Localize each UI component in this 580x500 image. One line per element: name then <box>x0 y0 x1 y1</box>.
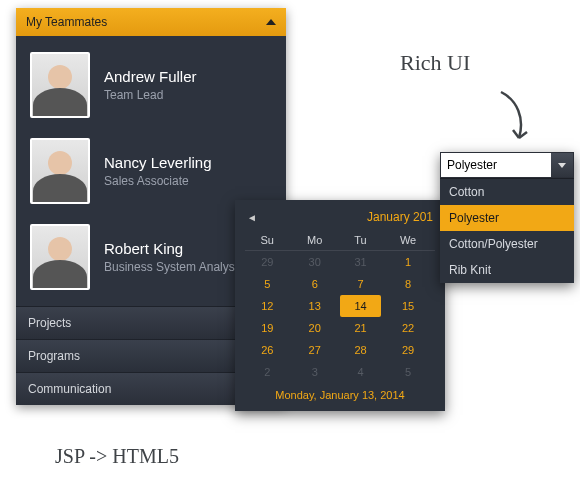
calendar-day[interactable]: 2 <box>245 361 290 383</box>
combobox-option[interactable]: Polyester <box>440 205 574 231</box>
collapse-icon <box>266 19 276 25</box>
chevron-down-icon <box>558 163 566 168</box>
teammate-name: Andrew Fuller <box>104 68 197 85</box>
accordion-header-label: My Teammates <box>26 15 107 29</box>
annotation-jsp-html5: JSP -> HTML5 <box>55 445 179 468</box>
calendar-day[interactable]: 5 <box>381 361 435 383</box>
calendar-day[interactable]: 4 <box>340 361 381 383</box>
avatar <box>30 138 90 204</box>
calendar-day[interactable]: 12 <box>245 295 290 317</box>
calendar-day[interactable]: 19 <box>245 317 290 339</box>
teammate-role: Team Lead <box>104 88 197 102</box>
teammate-row[interactable]: Andrew Fuller Team Lead <box>16 42 286 128</box>
avatar <box>30 52 90 118</box>
calendar-day[interactable]: 15 <box>381 295 435 317</box>
calendar-day[interactable]: 21 <box>340 317 381 339</box>
combobox-option[interactable]: Cotton/Polyester <box>440 231 574 257</box>
calendar-grid: Su Mo Tu We 2930311567812131415192021222… <box>245 230 435 383</box>
calendar-day[interactable]: 13 <box>290 295 340 317</box>
calendar-day[interactable]: 3 <box>290 361 340 383</box>
teammate-name: Nancy Leverling <box>104 154 212 171</box>
calendar-day[interactable]: 30 <box>290 251 340 274</box>
dow-label: Su <box>245 230 290 251</box>
calendar-day[interactable]: 31 <box>340 251 381 274</box>
teammate-name: Robert King <box>104 240 238 257</box>
teammate-role: Business System Analyst <box>104 260 238 274</box>
calendar-day[interactable]: 28 <box>340 339 381 361</box>
dow-label: Mo <box>290 230 340 251</box>
calendar-day[interactable]: 14 <box>340 295 381 317</box>
annotation-rich-ui: Rich UI <box>400 50 470 76</box>
combobox-input[interactable] <box>441 153 551 177</box>
calendar-day[interactable]: 1 <box>381 251 435 274</box>
avatar <box>30 224 90 290</box>
calendar-day[interactable]: 6 <box>290 273 340 295</box>
combobox-dropdown: CottonPolyesterCotton/PolyesterRib Knit <box>440 178 574 283</box>
arrow-icon <box>495 88 535 148</box>
dow-label: We <box>381 230 435 251</box>
calendar-day[interactable]: 29 <box>245 251 290 274</box>
calendar: ◄ January 201 Su Mo Tu We 29303115678121… <box>235 200 445 411</box>
calendar-day[interactable]: 20 <box>290 317 340 339</box>
calendar-day[interactable]: 29 <box>381 339 435 361</box>
combobox-toggle-button[interactable] <box>551 153 573 177</box>
combobox-option[interactable]: Rib Knit <box>440 257 574 283</box>
combobox-option[interactable]: Cotton <box>440 179 574 205</box>
calendar-prev-icon[interactable]: ◄ <box>247 212 257 223</box>
teammate-role: Sales Associate <box>104 174 212 188</box>
calendar-footer[interactable]: Monday, January 13, 2014 <box>245 383 435 401</box>
dow-label: Tu <box>340 230 381 251</box>
calendar-day[interactable]: 27 <box>290 339 340 361</box>
calendar-day[interactable]: 26 <box>245 339 290 361</box>
combobox-input-wrap <box>440 152 574 178</box>
calendar-title[interactable]: January 201 <box>367 210 433 224</box>
accordion-header-teammates[interactable]: My Teammates <box>16 8 286 36</box>
calendar-day[interactable]: 7 <box>340 273 381 295</box>
calendar-day[interactable]: 5 <box>245 273 290 295</box>
calendar-day[interactable]: 22 <box>381 317 435 339</box>
material-combobox: CottonPolyesterCotton/PolyesterRib Knit <box>440 152 574 283</box>
calendar-day[interactable]: 8 <box>381 273 435 295</box>
